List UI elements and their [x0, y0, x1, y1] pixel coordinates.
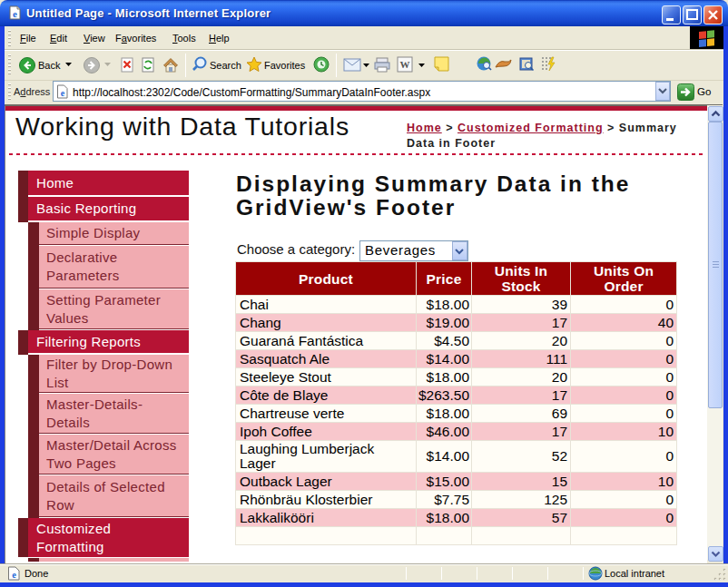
svg-text:e: e — [13, 8, 17, 19]
svg-text:e: e — [61, 88, 65, 98]
svg-text:W: W — [400, 59, 410, 70]
svg-text:e: e — [12, 570, 16, 580]
